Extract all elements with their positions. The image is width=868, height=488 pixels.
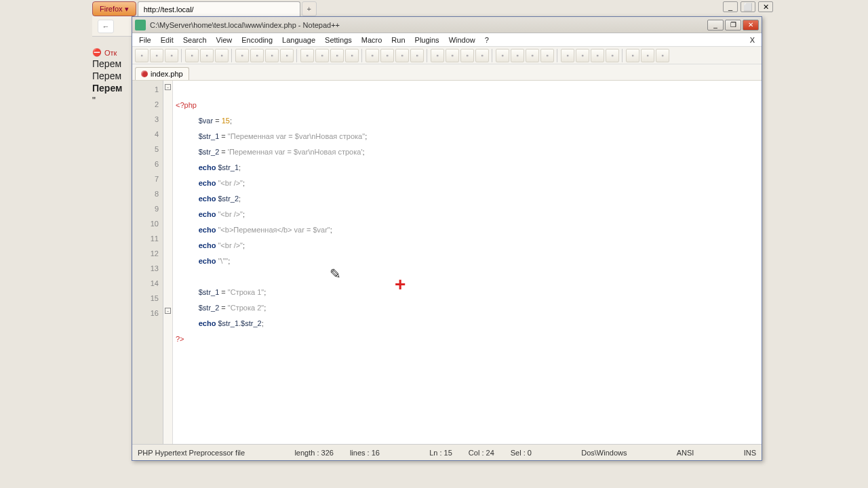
fold-gutter: - -	[163, 81, 173, 444]
menu-window[interactable]: Window	[445, 35, 479, 45]
code-keyword: echo	[199, 319, 216, 327]
code-keyword: echo	[199, 163, 216, 171]
code-op: =	[219, 148, 228, 156]
code-editor[interactable]: <?php $var = 15; $str_1 = "Переменная va…	[173, 81, 762, 444]
code-op: ;	[239, 195, 241, 203]
toolbar-button[interactable]: ▫	[330, 49, 344, 62]
os-minimize-button[interactable]: _	[723, 1, 738, 12]
toolbar-button[interactable]: ▫	[315, 49, 329, 62]
toolbar-button[interactable]: ▫	[641, 49, 654, 62]
document-close-button[interactable]: X	[746, 35, 759, 45]
line-number-gutter: 12345678910111213141516	[132, 81, 163, 444]
toolbar-button[interactable]: ▫	[185, 49, 199, 62]
menu-macro[interactable]: Macro	[357, 35, 387, 45]
code-string: "<br />"	[218, 241, 243, 249]
os-maximize-button[interactable]: ⬜	[741, 1, 755, 12]
toolbar-button[interactable]: ▫	[345, 49, 359, 62]
status-ln: Ln : 15	[429, 449, 452, 457]
menu-run[interactable]: Run	[387, 35, 409, 45]
menu-edit[interactable]: Edit	[157, 35, 178, 45]
toolbar-button[interactable]: ▫	[150, 49, 163, 62]
toolbar-button[interactable]: ▫	[606, 49, 619, 62]
line-number: 1	[132, 82, 159, 97]
toolbar-button[interactable]: ▫	[446, 49, 459, 62]
page-line: Перем	[92, 58, 122, 70]
menu-view[interactable]: View	[212, 35, 237, 45]
code-op: =	[219, 132, 228, 140]
toolbar-button[interactable]: ▫	[280, 49, 294, 62]
toolbar-button[interactable]: ▫	[591, 49, 604, 62]
os-close-button[interactable]: ✕	[758, 1, 773, 12]
minimize-button[interactable]: _	[707, 20, 724, 30]
toolbar-button[interactable]: ▫	[576, 49, 589, 62]
toolbar-button[interactable]: ▫	[410, 49, 424, 62]
editor-area: 12345678910111213141516 - - <?php $var =…	[132, 81, 762, 444]
toolbar-button[interactable]: ▫	[626, 49, 639, 62]
toolbar-button[interactable]: ▫	[165, 49, 178, 62]
code-var: $str_2	[241, 319, 262, 327]
maximize-button[interactable]: ❐	[725, 20, 741, 30]
menu-bar: File Edit Search View Encoding Language …	[132, 33, 762, 47]
code-keyword: echo	[199, 257, 216, 265]
titlebar[interactable]: C:\MyServer\home\test.local\www\index.ph…	[132, 17, 762, 33]
menu-plugins[interactable]: Plugins	[411, 35, 443, 45]
toolbar-button[interactable]: ▫	[265, 49, 279, 62]
toolbar-button[interactable]: ▫	[200, 49, 214, 62]
firefox-menu-label: Firefox	[100, 5, 123, 13]
line-number: 11	[132, 231, 159, 246]
php-close-tag: ?>	[176, 335, 184, 343]
code-op: ;	[243, 241, 245, 249]
menu-settings[interactable]: Settings	[321, 35, 356, 45]
toolbar-button[interactable]: ▫	[366, 49, 379, 62]
fold-toggle-icon[interactable]: -	[165, 308, 171, 314]
toolbar-button[interactable]: ▫	[656, 49, 669, 62]
toolbar-button[interactable]: ▫	[540, 49, 554, 62]
toolbar-button[interactable]: ▫	[460, 49, 474, 62]
toolbar-button[interactable]: ▫	[215, 49, 229, 62]
notepadpp-window: C:\MyServer\home\test.local\www\index.ph…	[132, 16, 762, 461]
firefox-tab[interactable]: http://test.local/	[138, 1, 300, 16]
code-op: ;	[363, 148, 365, 156]
toolbar-button[interactable]: ▫	[395, 49, 409, 62]
line-number: 7	[132, 171, 159, 186]
menu-encoding[interactable]: Encoding	[237, 35, 277, 45]
line-number: 9	[132, 201, 159, 216]
toolbar-button[interactable]: ▫	[496, 49, 509, 62]
firefox-error-line: ⛔ Отк	[92, 47, 122, 58]
toolbar-button[interactable]: ▫	[250, 49, 264, 62]
toolbar-button[interactable]: ▫	[300, 49, 314, 62]
page-line: Перем	[92, 70, 122, 82]
menu-help[interactable]: ?	[481, 35, 493, 45]
unsaved-indicator-icon	[141, 70, 148, 77]
code-var: $str_2	[199, 148, 220, 156]
code-var: $str_1	[199, 288, 220, 296]
code-keyword: echo	[199, 179, 216, 187]
toolbar-button[interactable]: ▫	[431, 49, 444, 62]
back-button[interactable]: ←	[98, 20, 114, 33]
firefox-new-tab-button[interactable]: +	[302, 1, 317, 16]
close-button[interactable]: ✕	[743, 20, 759, 30]
toolbar-button[interactable]: ▫	[235, 49, 249, 62]
status-col: Col : 24	[469, 449, 494, 457]
menu-search[interactable]: Search	[179, 35, 211, 45]
menu-language[interactable]: Language	[278, 35, 319, 45]
code-var: $str_2	[218, 195, 239, 203]
toolbar-button[interactable]: ▫	[561, 49, 574, 62]
status-insert: INS	[744, 449, 756, 457]
line-number: 14	[132, 276, 159, 291]
code-keyword: echo	[199, 241, 216, 249]
toolbar-button[interactable]: ▫	[380, 49, 394, 62]
menu-file[interactable]: File	[135, 35, 155, 45]
toolbar-button[interactable]: ▫	[135, 49, 149, 62]
code-op: =	[219, 288, 228, 296]
firefox-menu-button[interactable]: Firefox ▾	[92, 1, 136, 16]
toolbar-button[interactable]: ▫	[511, 49, 524, 62]
file-tab[interactable]: index.php	[135, 67, 189, 80]
code-op: ;	[365, 132, 367, 140]
fold-toggle-icon[interactable]: -	[165, 84, 171, 90]
code-keyword: echo	[199, 195, 216, 203]
page-line: Перем	[92, 82, 122, 94]
window-buttons: _ ❐ ✕	[707, 20, 759, 30]
toolbar-button[interactable]: ▫	[475, 49, 489, 62]
toolbar-button[interactable]: ▫	[526, 49, 539, 62]
